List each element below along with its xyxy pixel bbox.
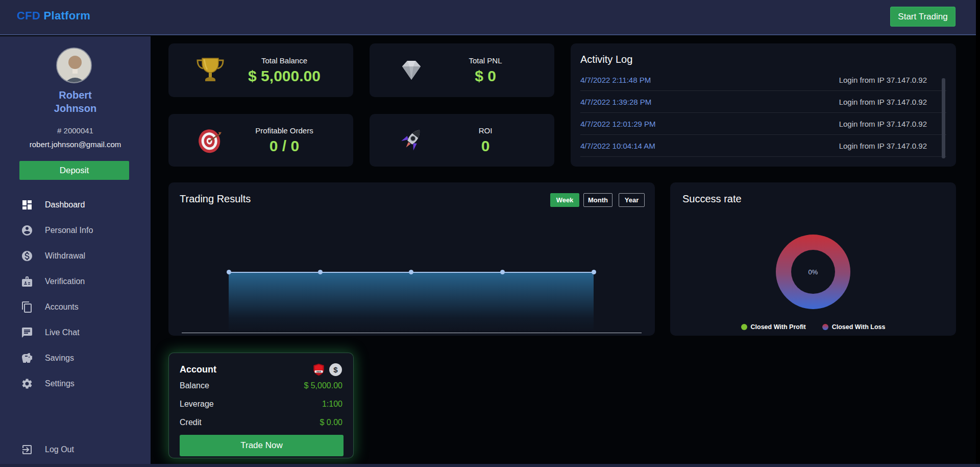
sidebar-item-savings[interactable]: Savings bbox=[0, 345, 151, 371]
account-row-value: $ 0.00 bbox=[320, 418, 342, 427]
sidebar-item-dashboard[interactable]: Dashboard bbox=[0, 192, 151, 218]
brand-primary: CFD bbox=[17, 9, 40, 22]
log-time: 4/7/2022 1:39:28 PM bbox=[580, 98, 651, 106]
stat-value: 0 bbox=[428, 137, 543, 155]
legend-label: Closed With Loss bbox=[832, 323, 886, 331]
page-scrollbar-track[interactable] bbox=[976, 0, 980, 467]
user-name-line2: Johnson bbox=[0, 102, 151, 115]
profit-legend-dot-icon bbox=[741, 324, 747, 330]
person-icon bbox=[21, 224, 33, 237]
stat-card-profitable-orders: Profitable Orders 0 / 0 bbox=[168, 114, 353, 167]
log-row: 4/7/2022 12:01:29 PM Login from IP 37.14… bbox=[580, 113, 946, 135]
chart-point bbox=[227, 270, 231, 274]
account-row-value: $ 5,000.00 bbox=[304, 381, 342, 390]
donut-center-label: 0% bbox=[791, 250, 835, 294]
copy-icon bbox=[21, 301, 33, 313]
horizontal-scrollbar-track[interactable] bbox=[0, 464, 980, 467]
avatar bbox=[56, 48, 92, 83]
log-event: Login from IP 37.147.0.92 bbox=[839, 98, 927, 106]
sidebar: Robert Johnson # 2000041 robert.johnson@… bbox=[0, 36, 151, 464]
sidebar-item-logout[interactable]: Log Out bbox=[0, 437, 151, 462]
stat-value: 0 / 0 bbox=[227, 137, 342, 155]
activity-log-panel: Activity Log 4/7/2022 2:11:48 PM Login f… bbox=[571, 43, 956, 167]
chart-point bbox=[409, 270, 413, 274]
chart-x-axis bbox=[182, 333, 642, 333]
account-card: Account MAIN $ Balance $ 5,000.00 Levera… bbox=[168, 353, 354, 458]
dollar-circle-icon bbox=[21, 250, 33, 262]
sidebar-item-verification[interactable]: Verification bbox=[0, 269, 151, 294]
activity-log-scrollbar[interactable] bbox=[942, 78, 945, 158]
user-account-id: # 2000041 bbox=[0, 126, 151, 135]
loss-legend-dot-icon bbox=[822, 324, 828, 330]
stat-value: $ 0 bbox=[428, 67, 543, 85]
log-row: 4/7/2022 2:11:48 PM Login from IP 37.147… bbox=[580, 69, 946, 91]
success-rate-panel: Success rate 0% Closed With Profit Close… bbox=[670, 182, 956, 336]
log-row: 4/7/2022 1:39:28 PM Login from IP 37.147… bbox=[580, 91, 946, 113]
log-row: 4/7/2022 10:04:14 AM Login from IP 37.14… bbox=[580, 135, 946, 157]
stat-label: Total PNL bbox=[428, 56, 543, 65]
chart-point bbox=[592, 270, 596, 274]
main-account-shield-icon: MAIN bbox=[312, 363, 326, 377]
user-name: Robert Johnson bbox=[0, 88, 151, 115]
diamond-icon bbox=[395, 54, 428, 87]
gear-icon bbox=[21, 378, 33, 390]
account-icons: MAIN $ bbox=[312, 363, 342, 377]
legend-item-loss: Closed With Loss bbox=[822, 323, 886, 331]
sidebar-item-personal-info[interactable]: Personal Info bbox=[0, 218, 151, 243]
rocket-icon bbox=[395, 124, 428, 157]
stat-card-total-pnl: Total PNL $ 0 bbox=[370, 43, 554, 97]
target-icon bbox=[194, 124, 227, 157]
stat-card-total-balance: Total Balance $ 5,000.00 bbox=[168, 43, 353, 97]
dollar-glyph: $ bbox=[333, 365, 338, 374]
success-rate-donut-chart: 0% bbox=[776, 235, 850, 309]
log-event: Login from IP 37.147.0.92 bbox=[839, 76, 927, 84]
account-title: Account bbox=[180, 364, 216, 375]
stat-value: $ 5,000.00 bbox=[227, 67, 342, 85]
stat-label: Profitable Orders bbox=[227, 126, 342, 135]
account-row-balance: Balance $ 5,000.00 bbox=[180, 377, 342, 395]
id-badge-icon bbox=[21, 275, 33, 288]
chart-area-fill bbox=[229, 273, 594, 333]
account-row-leverage: Leverage 1:100 bbox=[180, 395, 342, 413]
logout-icon bbox=[21, 443, 33, 456]
dashboard-icon bbox=[21, 199, 33, 211]
log-event: Login from IP 37.147.0.92 bbox=[839, 142, 927, 150]
sidebar-item-live-chat[interactable]: Live Chat bbox=[0, 320, 151, 345]
main-badge-text: MAIN bbox=[316, 370, 322, 372]
sidebar-menu: Dashboard Personal Info Withdrawal Verif… bbox=[0, 192, 151, 396]
trading-results-panel: Trading Results Week Month Year bbox=[168, 182, 655, 336]
deposit-button[interactable]: Deposit bbox=[19, 161, 129, 180]
account-row-credit: Credit $ 0.00 bbox=[180, 413, 342, 432]
account-row-label: Leverage bbox=[180, 400, 214, 409]
chart-point bbox=[500, 270, 505, 274]
brand-logo: CFD Platform bbox=[17, 9, 90, 22]
donut-legend: Closed With Profit Closed With Loss bbox=[670, 323, 956, 331]
activity-log-title: Activity Log bbox=[580, 54, 946, 65]
success-rate-title: Success rate bbox=[682, 193, 742, 205]
sidebar-item-accounts[interactable]: Accounts bbox=[0, 294, 151, 320]
account-row-value: 1:100 bbox=[322, 400, 342, 409]
sidebar-logout: Log Out bbox=[0, 437, 151, 462]
log-time: 4/7/2022 2:11:48 PM bbox=[580, 76, 651, 84]
stat-label: Total Balance bbox=[227, 56, 342, 65]
trading-results-chart bbox=[168, 182, 655, 336]
trade-now-button[interactable]: Trade Now bbox=[180, 435, 344, 456]
currency-dollar-icon: $ bbox=[329, 363, 342, 377]
legend-label: Closed With Profit bbox=[751, 323, 806, 331]
top-bar: CFD Platform Start Trading bbox=[0, 0, 976, 35]
log-time: 4/7/2022 10:04:14 AM bbox=[580, 142, 655, 150]
start-trading-button[interactable]: Start Trading bbox=[890, 7, 955, 27]
stat-card-roi: ROI 0 bbox=[370, 114, 554, 167]
chart-point bbox=[318, 270, 323, 274]
stat-label: ROI bbox=[428, 126, 543, 135]
sidebar-item-withdrawal[interactable]: Withdrawal bbox=[0, 243, 151, 269]
avatar-photo-icon bbox=[57, 49, 92, 83]
account-row-label: Balance bbox=[180, 381, 209, 390]
sidebar-item-settings[interactable]: Settings bbox=[0, 371, 151, 396]
trophy-icon bbox=[194, 54, 227, 87]
chat-icon bbox=[21, 326, 33, 339]
user-email: robert.johnson@gmail.com bbox=[0, 140, 151, 149]
piggy-bank-icon bbox=[21, 352, 33, 364]
account-row-label: Credit bbox=[180, 418, 202, 427]
log-event: Login from IP 37.147.0.92 bbox=[839, 120, 927, 128]
